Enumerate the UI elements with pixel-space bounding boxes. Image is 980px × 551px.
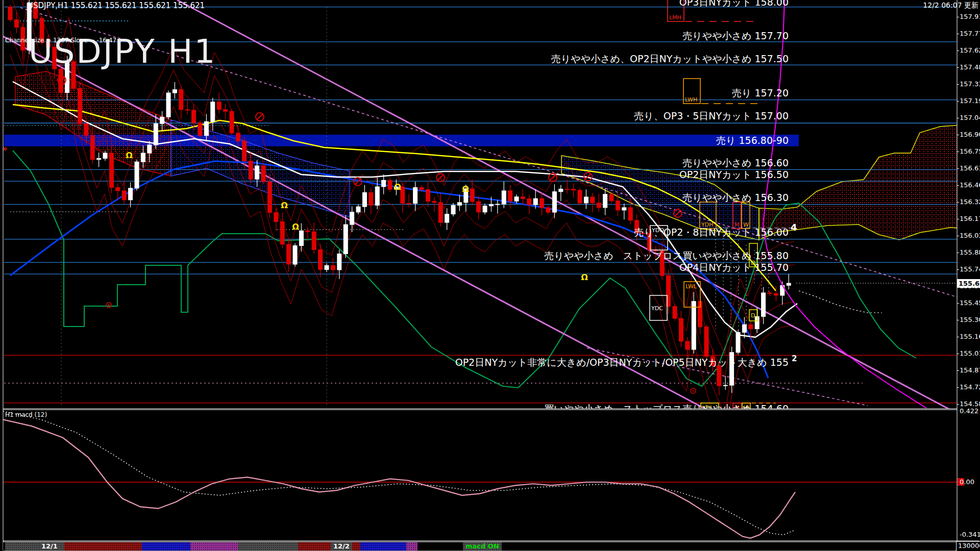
macd-toggle-button[interactable]: macd ON (463, 542, 502, 550)
level-box-ydc: YDC (650, 295, 667, 320)
price-tick: 155.305 (960, 316, 980, 323)
date-chip: 12/2 (331, 542, 352, 550)
svg-text:YDH: YDH (701, 221, 713, 228)
macd-tick: 0.422 (960, 407, 978, 415)
session-segment (142, 542, 190, 550)
date-chip: 12/1 (39, 542, 60, 550)
session-segment (238, 542, 298, 550)
price-tick: 156.030 (960, 232, 980, 239)
session-segment (406, 542, 418, 550)
level-box-ydl: YDL (701, 403, 719, 413)
price-tick: 155.740 (960, 265, 980, 273)
macd-tick: -0.341 (960, 531, 980, 538)
buy-signal-icon: Ω (581, 272, 588, 282)
buy-signal-icon: Ω (281, 201, 288, 210)
volume-scale-label: 130000 (956, 541, 980, 551)
session-timeline-bar: 12/112/2macd ON (3, 542, 955, 550)
price-tick: 155.015 (960, 349, 980, 357)
price-tick: 156.610 (960, 164, 980, 172)
svg-text:M: M (734, 405, 740, 411)
chart-digit-label: ∞ (2, 144, 8, 153)
price-axis[interactable]: 157.915157.770157.625157.480157.335157.1… (958, 0, 980, 551)
price-tick: 156.900 (960, 131, 980, 138)
svg-text:W: W (744, 405, 749, 411)
sell-signal-icon (436, 173, 445, 182)
svg-text:LWL: LWL (685, 283, 697, 290)
macd-signal-line (3, 411, 795, 535)
price-tick: 155.450 (960, 299, 980, 307)
price-tick: 154.580 (960, 400, 980, 408)
buy-signal-icon: Ω (462, 184, 469, 194)
buy-signal-icon: Ω (126, 151, 133, 160)
svg-text:YDC: YDC (651, 305, 663, 312)
price-tick: 157.190 (960, 97, 980, 105)
channel-line (0, 35, 714, 413)
price-tick: 155.160 (960, 333, 980, 340)
price-tick: 157.915 (960, 13, 980, 20)
level-box-m: M (733, 403, 742, 413)
svg-text:M: M (734, 221, 740, 228)
price-tick: 156.465 (960, 181, 980, 189)
buy-signal-icon: Ω (292, 222, 299, 232)
macd-tick: 0.00 (960, 478, 974, 486)
chart-digit-label: 2 (792, 354, 797, 363)
svg-text:YDO: YDO (651, 227, 664, 234)
buy-signal-icon: Ω (394, 182, 401, 192)
session-segment (64, 542, 142, 550)
svg-text:LMH: LMH (669, 14, 681, 21)
price-tick: 155.885 (960, 248, 980, 256)
level-box-w: W (742, 403, 750, 413)
price-tick: 157.480 (960, 63, 980, 71)
sell-signal-icon (256, 113, 264, 121)
macd-indicator-label: H1 macd (12) (5, 411, 47, 418)
session-segment (190, 542, 238, 550)
exit-signal-icon (691, 388, 696, 393)
level-box-lmh: LMH (668, 0, 684, 21)
svg-text:LWH: LWH (685, 96, 697, 103)
price-tick: 157.770 (960, 30, 980, 37)
chart-canvas[interactable]: ΩΩΩΩΩΩLMHLWHYDHMWYDOLWLYDCDDYDLMW42∞ (0, 0, 980, 551)
price-tick: 156.175 (960, 215, 980, 222)
projection-zigzag (799, 291, 882, 313)
price-tick: 156.755 (960, 147, 980, 155)
price-tick: 157.045 (960, 114, 980, 121)
session-segment (360, 542, 406, 550)
price-tick: 157.625 (960, 46, 980, 54)
price-tick: 156.320 (960, 198, 980, 206)
price-tick: 154.725 (960, 383, 980, 391)
chart-window: ΩΩΩΩΩΩLMHLWHYDHMWYDOLWLYDCDDYDLMW42∞ USD… (0, 0, 980, 551)
svg-text:D: D (751, 260, 755, 266)
price-tick: 157.335 (960, 80, 980, 88)
exit-signal-icon (106, 303, 111, 308)
macd-layer (3, 411, 957, 538)
symbol-ohlc-line: USDJPY,H1 155.621 155.621 155.621 155.62… (28, 1, 205, 10)
price-tick: 154.870 (960, 366, 980, 374)
macd-main-line (3, 419, 795, 538)
svg-text:D: D (751, 312, 755, 319)
current-price-tag: 155.621 (957, 279, 980, 288)
dashed-trendline (587, 348, 868, 406)
channel-info-label: Channel size = 1307 Slope = -16.47 (5, 37, 116, 44)
svg-text:W: W (743, 221, 749, 228)
svg-text:YDL: YDL (702, 405, 714, 411)
chart-digit-label: 4 (791, 222, 797, 233)
